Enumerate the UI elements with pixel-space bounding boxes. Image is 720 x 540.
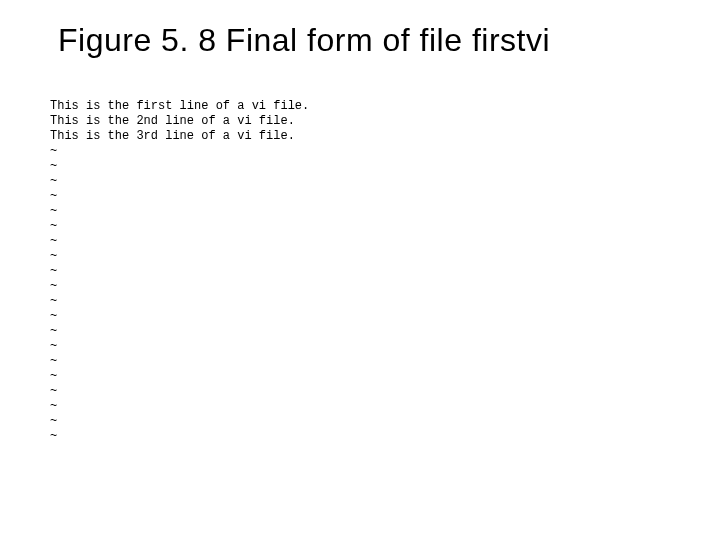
- terminal-line: This is the first line of a vi file.: [50, 99, 720, 114]
- terminal-line: ~: [50, 174, 720, 189]
- terminal-line: ~: [50, 219, 720, 234]
- terminal-line: ~: [50, 369, 720, 384]
- terminal-line: ~: [50, 414, 720, 429]
- terminal-line: ~: [50, 324, 720, 339]
- terminal-line: ~: [50, 429, 720, 444]
- terminal-line: This is the 3rd line of a vi file.: [50, 129, 720, 144]
- terminal-line: ~: [50, 279, 720, 294]
- terminal-line: ~: [50, 294, 720, 309]
- terminal-line: ~: [50, 249, 720, 264]
- terminal-line: ~: [50, 204, 720, 219]
- page-title: Figure 5. 8 Final form of file firstvi: [0, 0, 720, 59]
- terminal-output: This is the first line of a vi file. Thi…: [50, 99, 720, 444]
- terminal-line: ~: [50, 189, 720, 204]
- terminal-line: ~: [50, 234, 720, 249]
- terminal-line: ~: [50, 339, 720, 354]
- terminal-line: ~: [50, 309, 720, 324]
- terminal-line: ~: [50, 144, 720, 159]
- terminal-line: ~: [50, 354, 720, 369]
- terminal-line: ~: [50, 159, 720, 174]
- terminal-line: ~: [50, 384, 720, 399]
- terminal-line: ~: [50, 264, 720, 279]
- terminal-line: This is the 2nd line of a vi file.: [50, 114, 720, 129]
- terminal-line: ~: [50, 399, 720, 414]
